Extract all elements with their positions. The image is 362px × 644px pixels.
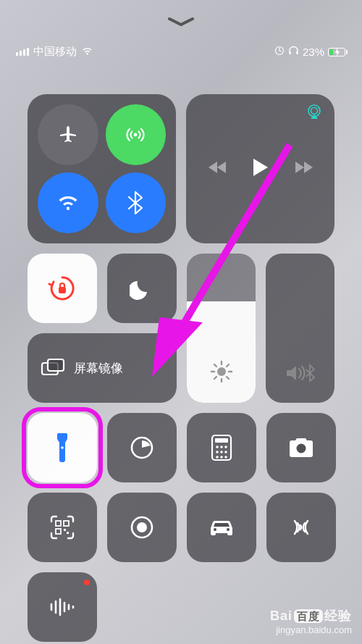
timer-button[interactable] — [107, 413, 177, 482]
svg-point-3 — [134, 133, 138, 137]
svg-point-22 — [220, 456, 223, 459]
orientation-lock-button[interactable] — [28, 254, 97, 323]
media-tile[interactable] — [186, 94, 334, 243]
svg-rect-1 — [289, 51, 291, 54]
moon-icon — [130, 276, 154, 301]
svg-point-18 — [216, 451, 219, 453]
wifi-button[interactable] — [38, 172, 98, 233]
svg-point-23 — [224, 456, 227, 459]
brightness-slider[interactable] — [187, 254, 256, 403]
battery-icon — [328, 48, 340, 57]
screen-mirroring-label: 屏幕镜像 — [74, 360, 123, 377]
svg-point-21 — [216, 456, 219, 459]
screen-record-button[interactable] — [107, 493, 177, 562]
voice-memo-button[interactable] — [28, 572, 97, 642]
bluetooth-button[interactable] — [106, 172, 167, 233]
svg-rect-14 — [215, 438, 228, 443]
camera-button[interactable] — [266, 413, 336, 482]
battery-percent: 23% — [303, 46, 324, 58]
svg-point-33 — [227, 528, 230, 531]
flashlight-icon — [54, 432, 71, 464]
svg-point-20 — [224, 451, 227, 453]
status-bar: 中国移动 23% — [0, 45, 362, 59]
next-track-button[interactable] — [294, 160, 313, 177]
connectivity-tile[interactable] — [28, 94, 176, 243]
chevron-down-icon[interactable] — [167, 16, 195, 30]
svg-point-9 — [217, 367, 226, 376]
brightness-icon — [209, 359, 234, 387]
svg-rect-27 — [56, 529, 61, 534]
car-icon — [206, 518, 237, 537]
calculator-icon — [211, 434, 232, 461]
svg-point-24 — [297, 444, 306, 453]
svg-point-5 — [311, 108, 318, 114]
headphones-icon — [288, 46, 299, 58]
orientation-status-icon — [274, 46, 285, 58]
qr-scan-button[interactable] — [28, 493, 97, 562]
car-button[interactable] — [187, 493, 256, 562]
screen-mirroring-icon — [41, 358, 65, 378]
do-not-disturb-button[interactable] — [107, 254, 177, 323]
volume-slider[interactable] — [266, 254, 334, 403]
svg-rect-6 — [59, 287, 66, 293]
svg-rect-10 — [57, 433, 67, 435]
svg-point-15 — [216, 446, 219, 448]
screen-record-icon — [128, 514, 156, 541]
svg-rect-8 — [48, 359, 64, 371]
signal-icon — [16, 48, 29, 56]
cellular-data-icon — [122, 121, 149, 149]
annotation-highlight — [22, 407, 103, 488]
voice-memo-icon — [48, 596, 77, 618]
cellular-data-button[interactable] — [106, 104, 167, 165]
svg-point-31 — [137, 522, 147, 532]
timer-icon — [128, 434, 156, 461]
svg-point-19 — [220, 451, 223, 453]
flashlight-button[interactable] — [28, 413, 97, 482]
airplay-icon[interactable] — [306, 104, 323, 123]
previous-track-button[interactable] — [209, 160, 227, 177]
nfc-button[interactable] — [266, 493, 336, 562]
orientation-lock-icon — [47, 273, 77, 304]
calculator-button[interactable] — [187, 413, 256, 482]
airplane-icon — [56, 122, 80, 147]
svg-point-16 — [220, 446, 223, 448]
nfc-icon — [287, 514, 315, 541]
svg-rect-2 — [296, 51, 298, 54]
svg-point-17 — [224, 446, 227, 448]
watermark: Bai百度经验 jingyan.baidu.com — [270, 608, 352, 637]
volume-bluetooth-icon — [285, 362, 316, 387]
wifi-status-icon — [81, 46, 93, 58]
svg-rect-28 — [64, 529, 66, 531]
airplane-mode-button[interactable] — [38, 104, 98, 165]
play-button[interactable] — [252, 157, 269, 180]
wifi-icon — [55, 193, 81, 213]
screen-mirroring-button[interactable]: 屏幕镜像 — [28, 333, 177, 403]
svg-rect-25 — [56, 521, 61, 526]
svg-rect-26 — [64, 521, 69, 526]
bluetooth-icon — [127, 191, 143, 215]
qr-scan-icon — [49, 514, 76, 541]
recording-indicator-icon — [84, 580, 90, 585]
svg-rect-29 — [67, 532, 69, 534]
camera-icon — [287, 436, 316, 459]
carrier-label: 中国移动 — [33, 45, 77, 59]
svg-point-32 — [214, 528, 216, 531]
svg-point-11 — [61, 446, 64, 449]
